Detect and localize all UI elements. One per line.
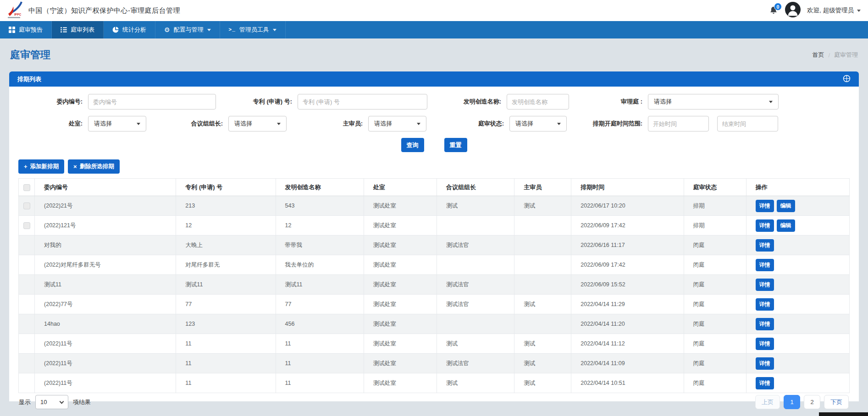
chevron-down-icon xyxy=(557,123,561,125)
time-range-label: 排期开庭时间范围: xyxy=(567,120,648,128)
detail-button[interactable]: 详情 xyxy=(756,259,774,271)
row-checkbox[interactable] xyxy=(23,203,30,209)
cell-checkbox xyxy=(19,255,35,275)
start-time-input[interactable] xyxy=(648,116,709,131)
detail-button[interactable]: 详情 xyxy=(756,219,774,232)
cell-leader: 测试法官 xyxy=(437,275,514,295)
cell-case_no: (2022)11号 xyxy=(35,354,176,373)
tab-admin-tools[interactable]: >_ 管理员工具 xyxy=(220,21,286,38)
invention-name-input[interactable] xyxy=(507,94,569,109)
cell-time: 2022/04/14 11:12 xyxy=(571,334,684,354)
page-title: 庭审管理 xyxy=(10,48,50,62)
tab-statistics[interactable]: 统计分析 xyxy=(104,21,155,38)
user-menu[interactable]: 欢迎, 超级管理员 xyxy=(807,6,861,15)
cell-time: 2022/04/14 10:51 xyxy=(571,373,684,393)
table-row: (2022)21号213543测试处室测试测试2022/06/17 10:20排… xyxy=(19,196,850,216)
cell-invention: 11 xyxy=(276,334,364,354)
cell-checkbox xyxy=(19,295,35,314)
detail-button[interactable]: 详情 xyxy=(756,377,774,389)
cell-actions: 详情 xyxy=(746,295,849,314)
cell-status: 闭庭 xyxy=(684,373,746,393)
pagination-page-1[interactable]: 1 xyxy=(784,395,800,409)
detail-button[interactable]: 详情 xyxy=(756,318,774,330)
tab-config-management[interactable]: ⚙ 配置与管理 xyxy=(155,21,220,38)
column-header: 委内编号 xyxy=(35,179,176,196)
detail-button[interactable]: 详情 xyxy=(756,279,774,291)
cell-status: 闭庭 xyxy=(684,275,746,295)
breadcrumb-home[interactable]: 首页 xyxy=(812,51,824,59)
cell-leader: 测试法官 xyxy=(437,235,514,255)
court-select-value: 请选择 xyxy=(654,98,672,106)
notifications-button[interactable]: 0 xyxy=(768,4,779,17)
pagination-page-2[interactable]: 2 xyxy=(804,395,820,409)
detail-button[interactable]: 详情 xyxy=(756,200,774,212)
cell-judge xyxy=(514,216,571,235)
cell-time: 2022/06/09 17:42 xyxy=(571,216,684,235)
pagination-prev-button[interactable]: 上页 xyxy=(755,395,780,409)
cell-time: 2022/04/14 11:20 xyxy=(571,314,684,334)
cell-time: 2022/06/16 11:17 xyxy=(571,235,684,255)
cell-status: 闭庭 xyxy=(684,354,746,373)
cell-leader xyxy=(437,255,514,275)
office-select[interactable]: 请选择 xyxy=(88,116,146,131)
cell-office: 测试处室 xyxy=(364,275,437,295)
panel-leader-select[interactable]: 请选择 xyxy=(228,116,287,131)
edit-button[interactable]: 编辑 xyxy=(777,219,795,232)
cell-time: 2022/06/09 17:42 xyxy=(571,255,684,275)
cell-patent_no: 11 xyxy=(176,334,276,354)
cell-judge: 测试 xyxy=(514,373,571,393)
add-schedule-button[interactable]: + 添加新排期 xyxy=(18,159,64,174)
table-header-row: 委内编号 专利 (申请) 号 发明创造名称 处室 合议组组长 主审员 排期时间 … xyxy=(19,179,850,196)
ippc-logo: IPPC xyxy=(7,0,24,21)
cell-invention: 带带我 xyxy=(276,235,364,255)
judge-select[interactable]: 请选择 xyxy=(368,116,426,131)
detail-button[interactable]: 详情 xyxy=(756,239,774,252)
cell-checkbox xyxy=(19,373,35,393)
cell-invention: 543 xyxy=(276,196,364,216)
table-row: (2022)11号1111测试处室测试法官测试2022/04/14 11:09闭… xyxy=(19,354,850,373)
judge-label: 主审员: xyxy=(287,120,368,128)
table-row: (2022)11号1111测试处室测试测试2022/04/14 11:12闭庭详… xyxy=(19,334,850,354)
chevron-down-icon xyxy=(60,399,64,404)
column-header: 处室 xyxy=(364,179,437,196)
tab-trial-list[interactable]: 庭审列表 xyxy=(52,21,104,38)
delete-selected-button[interactable]: × 删除所选排期 xyxy=(68,159,120,174)
cell-leader: 测试 xyxy=(437,334,514,354)
select-all-checkbox[interactable] xyxy=(23,184,30,191)
chevron-down-icon xyxy=(857,10,861,12)
page-size-select[interactable]: 10 xyxy=(35,395,68,409)
trial-status-label: 庭审状态: xyxy=(426,120,509,128)
detail-button[interactable]: 详情 xyxy=(756,298,774,311)
trial-status-select[interactable]: 请选择 xyxy=(509,116,567,131)
cell-judge xyxy=(514,314,571,334)
cell-actions: 详情编辑 xyxy=(746,196,849,216)
case-no-input[interactable] xyxy=(88,94,216,109)
column-header: 主审员 xyxy=(514,179,571,196)
table-row: (2022)77号7777测试处室测试法官测试2022/04/14 11:29闭… xyxy=(19,295,850,314)
delete-selected-label: 删除所选排期 xyxy=(80,163,114,170)
court-select[interactable]: 请选择 xyxy=(648,94,779,109)
cell-status: 闭庭 xyxy=(684,334,746,354)
page-header: 庭审管理 首页 / 庭审管理 xyxy=(0,38,868,71)
cell-office: 测试处室 xyxy=(364,255,437,275)
show-label: 显示 xyxy=(19,398,31,406)
cell-actions: 详情 xyxy=(746,354,849,373)
search-button[interactable]: 查询 xyxy=(401,138,424,152)
cell-leader xyxy=(437,314,514,334)
cell-office: 测试处室 xyxy=(364,354,437,373)
tab-trial-preview[interactable]: 庭审预告 xyxy=(0,21,52,38)
column-header: 庭审状态 xyxy=(684,179,746,196)
judge-select-value: 请选择 xyxy=(374,120,392,128)
panel-globe-icon[interactable] xyxy=(843,75,851,84)
edit-button[interactable]: 编辑 xyxy=(777,200,795,212)
panel-leader-label: 合议组组长: xyxy=(146,120,228,128)
avatar[interactable] xyxy=(785,2,801,19)
reset-button[interactable]: 重置 xyxy=(444,138,467,152)
row-checkbox[interactable] xyxy=(23,222,30,229)
pagination-next-button[interactable]: 下页 xyxy=(824,395,849,409)
detail-button[interactable]: 详情 xyxy=(756,357,774,370)
chevron-down-icon xyxy=(769,101,773,103)
patent-no-input[interactable] xyxy=(298,94,427,109)
end-time-input[interactable] xyxy=(717,116,778,131)
detail-button[interactable]: 详情 xyxy=(756,338,774,350)
